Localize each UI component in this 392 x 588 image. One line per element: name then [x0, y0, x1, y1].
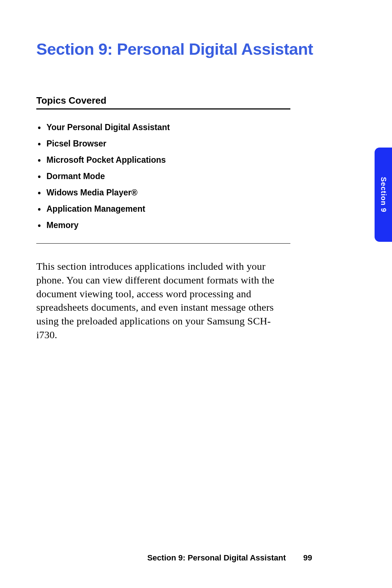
topics-list: Your Personal Digital Assistant Picsel B… [36, 123, 356, 230]
list-item: Memory [38, 220, 356, 230]
list-item: Application Management [38, 204, 356, 214]
section-tab: Section 9 [375, 148, 392, 242]
section-title: Section 9: Personal Digital Assistant [36, 40, 356, 59]
footer-page-number: 99 [303, 553, 312, 563]
topics-covered-heading: Topics Covered [36, 95, 356, 106]
section-tab-label: Section 9 [379, 177, 388, 212]
document-page: Section 9: Personal Digital Assistant To… [0, 0, 392, 588]
list-item: Microsoft Pocket Applications [38, 155, 356, 165]
list-item: Your Personal Digital Assistant [38, 123, 356, 132]
footer-title: Section 9: Personal Digital Assistant [147, 553, 286, 563]
list-item: Picsel Browser [38, 139, 356, 149]
page-footer: Section 9: Personal Digital Assistant 99 [36, 553, 312, 563]
body-paragraph: This section introduces applications inc… [36, 260, 290, 342]
divider-thick [36, 108, 290, 109]
list-item: Dormant Mode [38, 171, 356, 181]
list-item: Widows Media Player® [38, 188, 356, 198]
divider-thin [36, 243, 290, 244]
